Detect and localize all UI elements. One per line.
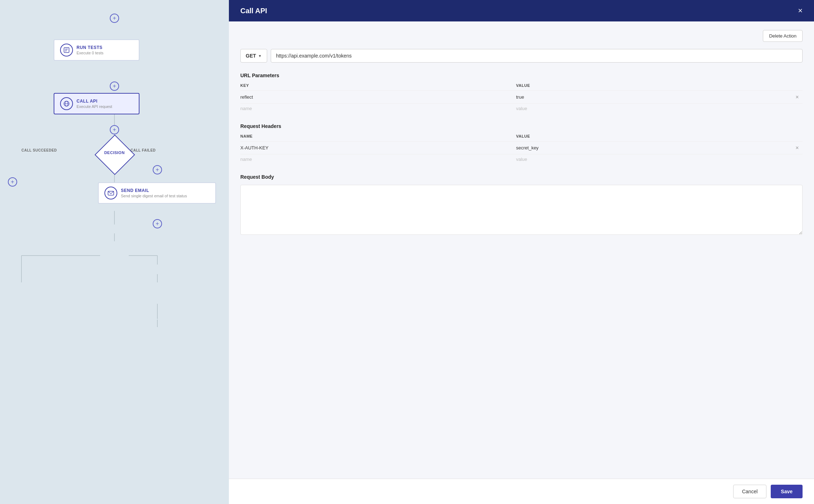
plus-button-left-branch[interactable]: + — [8, 177, 17, 187]
url-value-col: VALUE — [516, 83, 788, 88]
url-param-row-0: reflect true × — [240, 90, 803, 103]
save-button[interactable]: Save — [771, 485, 803, 498]
header-value-new[interactable] — [516, 157, 788, 162]
method-select[interactable]: GET ▼ — [240, 49, 267, 63]
call-succeeded-label: CALL SUCCEEDED — [21, 148, 57, 152]
panel-body: Delete Action GET ▼ URL Parameters KEY V… — [229, 21, 814, 479]
send-email-node[interactable]: SEND EMAIL Send single digest email of t… — [98, 182, 216, 204]
run-tests-sub: Execute 0 tests — [77, 51, 103, 55]
remove-url-param-0[interactable]: × — [792, 94, 803, 100]
plus-button-2[interactable]: + — [110, 125, 119, 134]
call-api-sub: Execute API request — [77, 104, 112, 109]
cancel-button[interactable]: Cancel — [733, 485, 767, 498]
request-body-title: Request Body — [240, 174, 803, 180]
url-param-key-0: reflect — [240, 93, 513, 101]
header-name-col: NAME — [240, 134, 513, 138]
run-tests-node[interactable]: RUN TESTS Execute 0 tests — [54, 39, 139, 61]
url-param-value-new[interactable] — [516, 106, 788, 111]
run-tests-title: RUN TESTS — [77, 45, 103, 50]
panel-header: Call API × — [229, 0, 814, 21]
run-tests-icon — [60, 44, 73, 56]
plus-button-top[interactable]: + — [110, 14, 119, 23]
remove-header-0[interactable]: × — [792, 145, 803, 151]
url-param-key-new[interactable] — [240, 106, 513, 111]
request-body-textarea[interactable] — [240, 185, 803, 235]
header-value-0: secret_key — [516, 144, 788, 152]
panel-footer: Cancel Save — [229, 479, 814, 504]
plus-button-1[interactable]: + — [110, 81, 119, 91]
request-headers-header: NAME VALUE — [240, 134, 803, 141]
url-params-table: KEY VALUE reflect true × — [240, 83, 803, 113]
flow-canvas: + RUN TESTS Execute 0 tests + CAL — [0, 0, 229, 504]
call-api-node[interactable]: CALL API Execute API request — [54, 93, 139, 114]
panel-title: Call API — [240, 7, 267, 15]
url-params-title: URL Parameters — [240, 73, 803, 78]
close-button[interactable]: × — [798, 7, 803, 15]
call-api-title: CALL API — [77, 99, 112, 104]
send-email-title: SEND EMAIL — [121, 188, 187, 193]
chevron-down-icon: ▼ — [258, 54, 262, 58]
url-key-col: KEY — [240, 83, 513, 88]
call-api-icon — [60, 97, 73, 110]
url-param-value-0: true — [516, 93, 788, 101]
url-row: GET ▼ — [240, 49, 803, 63]
delete-action-button[interactable]: Delete Action — [763, 30, 803, 42]
plus-button-bottom[interactable]: + — [153, 219, 162, 228]
url-params-header: KEY VALUE — [240, 83, 803, 90]
request-headers-title: Request Headers — [240, 123, 803, 129]
header-row-0: X-AUTH-KEY secret_key × — [240, 141, 803, 154]
method-value: GET — [246, 53, 256, 59]
decision-label: DECISION — [100, 150, 128, 155]
call-api-panel: Call API × Delete Action GET ▼ URL Param… — [229, 0, 814, 504]
header-value-col: VALUE — [516, 134, 788, 138]
send-email-sub: Send single digest email of test status — [121, 194, 187, 198]
decision-diamond: DECISION — [100, 140, 128, 168]
url-param-row-1 — [240, 103, 803, 113]
request-headers-table: NAME VALUE X-AUTH-KEY secret_key × — [240, 134, 803, 164]
header-key-new[interactable] — [240, 157, 513, 162]
url-input[interactable] — [271, 49, 803, 63]
delete-action-row: Delete Action — [240, 30, 803, 42]
header-key-0: X-AUTH-KEY — [240, 144, 513, 152]
call-failed-label: CALL FAILED — [131, 148, 156, 152]
send-email-icon — [104, 187, 117, 199]
plus-button-right-branch[interactable]: + — [153, 165, 162, 174]
header-row-1 — [240, 154, 803, 164]
